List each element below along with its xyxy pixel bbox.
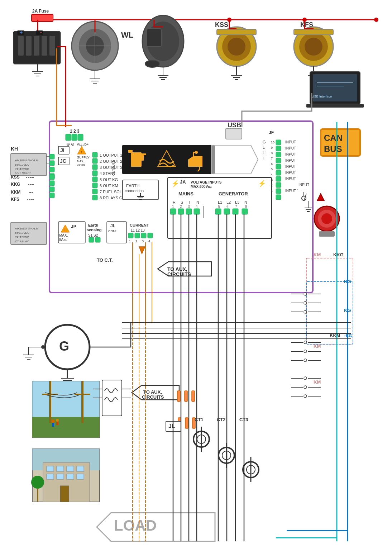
svg-text:INPUT: INPUT (285, 165, 296, 169)
wiring-diagram: 2A Fuse + - (0, 0, 392, 560)
g-label: G (59, 339, 69, 353)
kfs-relay-label: KFS (11, 197, 19, 202)
svg-rect-184 (276, 182, 281, 188)
svg-rect-179 (276, 152, 281, 157)
svg-rect-130 (194, 209, 200, 214)
svg-point-49 (305, 38, 322, 56)
svg-text:G: G (263, 140, 266, 144)
ja-label: JA (180, 179, 186, 185)
svg-text:⚡: ⚡ (171, 180, 180, 188)
svg-rect-95 (141, 153, 146, 155)
svg-text:1: 1 (172, 205, 174, 209)
svg-text:4: 4 (271, 173, 273, 176)
svg-marker-100 (211, 145, 258, 174)
svg-text:3: 3 (142, 239, 144, 243)
svg-text:H: H (263, 151, 266, 155)
svg-text:L1: L1 (218, 200, 222, 204)
svg-text:CIRCUITS: CIRCUITS (167, 271, 191, 277)
oil-indicator (183, 148, 209, 171)
svg-rect-186 (276, 195, 281, 200)
svg-text:2  OUTPUT 2: 2 OUTPUT 2 (100, 159, 122, 163)
svg-text:8Aac: 8Aac (59, 238, 67, 242)
svg-text:INPUT: INPUT (285, 171, 296, 175)
svg-rect-15 (49, 36, 55, 56)
km-bot-label: KM (314, 343, 321, 349)
svg-point-305 (304, 359, 307, 362)
svg-rect-133 (224, 209, 230, 214)
svg-rect-285 (77, 474, 84, 479)
svg-text:N: N (196, 200, 199, 204)
svg-text:OUT RELAY: OUT RELAY (15, 171, 31, 174)
svg-rect-78 (92, 165, 97, 170)
svg-text:6: 6 (271, 162, 273, 166)
svg-text:CT RELAY: CT RELAY (15, 240, 29, 243)
svg-point-34 (145, 60, 159, 67)
svg-text:10: 10 (271, 141, 274, 144)
svg-text:5  OUT KG: 5 OUT KG (100, 177, 118, 182)
kkm-relay-label: KKM (11, 190, 20, 195)
svg-point-2 (374, 18, 378, 22)
svg-rect-178 (276, 146, 281, 151)
svg-rect-80 (92, 171, 97, 176)
svg-text:7: 7 (235, 205, 237, 209)
terminal-1-label: 1 2 3 (70, 129, 80, 134)
svg-text:connection: connection (125, 189, 144, 193)
svg-rect-210 (49, 167, 54, 172)
earth-connection-label: EARTH (126, 184, 139, 188)
transformer-symbol (102, 380, 122, 416)
svg-rect-88 (92, 195, 97, 200)
svg-rect-92 (131, 152, 142, 167)
svg-rect-278 (47, 466, 54, 471)
jf-label: JF (269, 130, 274, 135)
svg-text:S1  S2: S1 S2 (88, 233, 98, 237)
svg-rect-219 (49, 187, 54, 192)
svg-rect-10 (36, 30, 43, 35)
svg-text:!: ! (81, 150, 82, 154)
svg-rect-273 (52, 423, 54, 427)
svg-text:USB Interface: USB Interface (312, 95, 332, 98)
svg-point-302 (304, 350, 307, 353)
svg-rect-180 (276, 158, 281, 163)
svg-text:2: 2 (135, 239, 137, 243)
svg-rect-86 (92, 189, 97, 194)
svg-rect-14 (42, 36, 47, 56)
svg-rect-266 (32, 381, 100, 417)
svg-rect-157 (148, 233, 153, 238)
svg-text:S: S (181, 200, 183, 204)
svg-text:W.L./D+: W.L./D+ (77, 143, 89, 146)
kkm-right-label: KM (314, 252, 321, 257)
svg-text:MAX.: MAX. (77, 160, 84, 163)
svg-text:74112VDC: 74112VDC (15, 167, 29, 171)
svg-rect-63 (72, 134, 77, 141)
svg-text:2: 2 (180, 205, 182, 209)
wl-label: WL (121, 30, 133, 39)
svg-rect-230 (319, 231, 335, 237)
svg-rect-296 (192, 391, 195, 402)
svg-rect-129 (186, 209, 192, 214)
svg-rect-283 (57, 474, 64, 479)
svg-text:MAX.600Vac: MAX.600Vac (191, 185, 212, 189)
svg-point-99 (195, 151, 198, 154)
svg-rect-33 (147, 29, 161, 47)
svg-text:7: 7 (271, 157, 273, 160)
svg-text:T: T (188, 200, 191, 204)
svg-point-245 (304, 293, 307, 295)
svg-rect-50 (294, 29, 333, 35)
ct1-label: CT1 (195, 417, 204, 422)
svg-text:R: R (173, 200, 176, 204)
svg-text:55V10VDC: 55V10VDC (15, 231, 29, 234)
svg-rect-267 (32, 417, 100, 438)
svg-text:SUPPLY: SUPPLY (77, 156, 90, 159)
earth-sensing-label: Earth (88, 223, 98, 227)
kkg-right-label: KKG (333, 252, 344, 257)
svg-rect-61 (226, 128, 242, 139)
svg-text:5: 5 (218, 205, 220, 209)
svg-text:COM: COM (108, 229, 116, 233)
jl-bottom-label: JL (168, 423, 175, 429)
svg-rect-6 (32, 14, 53, 22)
svg-rect-181 (276, 164, 281, 169)
svg-rect-209 (49, 161, 54, 166)
svg-text:9: 9 (271, 146, 273, 150)
svg-point-311 (304, 377, 307, 380)
svg-text:L3: L3 (235, 200, 239, 204)
